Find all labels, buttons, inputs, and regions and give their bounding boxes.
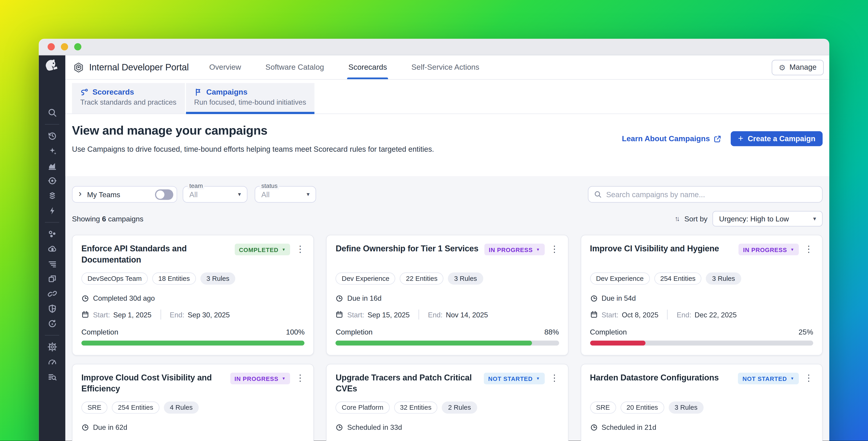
sidebar-icon-rail: [45, 105, 59, 384]
product-sidebar: [39, 55, 65, 441]
learn-about-campaigns-link[interactable]: Learn About Campaigns: [622, 135, 721, 143]
my-teams-toggle[interactable]: [155, 189, 174, 200]
window-close-button[interactable]: [48, 43, 55, 51]
software-icon[interactable]: [47, 274, 57, 284]
dates-row: Start: Oct 8, 2025 End: Dec 22, 2025: [590, 310, 813, 320]
my-teams-filter[interactable]: › My Teams: [72, 186, 177, 203]
gauge-icon[interactable]: [47, 357, 57, 366]
hero-section: View and manage your campaigns Use Campa…: [65, 114, 829, 176]
sort-arrows-icon: ↑↓: [675, 215, 678, 223]
apm-icon[interactable]: [47, 206, 57, 215]
chip: 254 Entities: [654, 272, 702, 285]
campaign-card[interactable]: Upgrade Tracers and Patch Critical CVEs …: [326, 364, 568, 441]
chevron-down-icon: ▼: [536, 377, 540, 380]
status-badge[interactable]: IN PROGRESS ▼: [484, 243, 545, 255]
window-titlebar: [39, 39, 829, 56]
timing-row: Scheduled in 21d: [590, 423, 813, 432]
cloud-cost-icon[interactable]: [47, 244, 57, 254]
clock-icon: [336, 423, 343, 431]
kebab-menu-icon[interactable]: ⋮: [550, 372, 559, 384]
campaign-title: Improve CI Visibility and Hygiene: [590, 243, 739, 265]
sparkles-icon[interactable]: [47, 146, 57, 156]
sidebar-divider: [45, 124, 59, 124]
kebab-menu-icon[interactable]: ⋮: [296, 372, 305, 384]
divider: [418, 310, 419, 320]
external-link-icon: [714, 135, 721, 143]
screenshot-stage: Internal Developer Portal OverviewSoftwa…: [0, 0, 868, 441]
nav-overview[interactable]: Overview: [209, 55, 241, 79]
watchdog-icon[interactable]: [47, 176, 57, 185]
status-badge[interactable]: NOT STARTED ▼: [738, 373, 799, 384]
chip: 3 Rules: [448, 272, 483, 285]
completion-progress-bar: [336, 341, 559, 346]
status-badge[interactable]: IN PROGRESS ▼: [739, 243, 799, 255]
chip: Core Platform: [336, 402, 390, 414]
window-zoom-button[interactable]: [74, 43, 82, 51]
log-explorer-icon[interactable]: [47, 372, 57, 382]
app-header: Internal Developer Portal OverviewSoftwa…: [65, 55, 829, 80]
logs-icon[interactable]: [47, 259, 57, 268]
campaign-title: Improve Cloud Cost Visibility and Effici…: [81, 372, 230, 394]
page-title: Internal Developer Portal: [89, 62, 189, 72]
manage-button[interactable]: ⚙ Manage: [771, 60, 824, 75]
hero-description: Use Campaigns to drive focused, time-bou…: [72, 145, 434, 153]
chip-row: Dev Experience254 Entities3 Rules: [590, 272, 813, 285]
campaign-title: Define Ownership for Tier 1 Services: [336, 243, 484, 265]
desktop-background: Internal Developer Portal OverviewSoftwa…: [0, 0, 868, 441]
team-filter-select[interactable]: team All ▼: [183, 186, 248, 203]
campaign-card[interactable]: Harden Datastore Configurations NOT STAR…: [581, 364, 823, 441]
kebab-menu-icon[interactable]: ⋮: [296, 243, 305, 255]
tab-campaigns[interactable]: Campaigns Run focused, time-bound initia…: [186, 83, 314, 114]
history-icon[interactable]: [47, 131, 57, 141]
search-input[interactable]: [606, 190, 816, 198]
clock-icon: [336, 294, 343, 302]
chip: DevSecOps Team: [81, 272, 148, 285]
datadog-logo[interactable]: [43, 58, 60, 75]
infrastructure-icon[interactable]: [47, 191, 57, 200]
dates-row: Start: Sep 15, 2025 End: Nov 14, 2025: [336, 310, 559, 320]
clock-icon: [81, 423, 89, 431]
campaign-title: Harden Datastore Configurations: [590, 372, 738, 394]
status-filter-select[interactable]: status All ▼: [255, 186, 316, 203]
tab-scorecards[interactable]: Scorecards Track standards and practices: [72, 83, 185, 114]
campaign-card[interactable]: Define Ownership for Tier 1 Services IN …: [326, 235, 568, 356]
status-badge[interactable]: NOT STARTED ▼: [484, 373, 545, 384]
chip-row: SRE20 Entities3 Rules: [590, 402, 813, 414]
completion-row: Completion 100%: [81, 328, 305, 336]
search-icon[interactable]: [47, 108, 57, 117]
status-badge[interactable]: IN PROGRESS ▼: [230, 373, 290, 384]
error-tracking-icon[interactable]: [47, 342, 57, 352]
search-box: [588, 186, 823, 203]
kebab-menu-icon[interactable]: ⋮: [804, 243, 813, 255]
window-minimize-button[interactable]: [61, 43, 68, 51]
divider: [667, 310, 668, 320]
campaign-card[interactable]: Improve CI Visibility and Hygiene IN PRO…: [581, 235, 823, 356]
nav-scorecards[interactable]: Scorecards: [348, 55, 387, 79]
chevron-down-icon: ▼: [812, 216, 817, 222]
completion-percent: 100%: [286, 328, 305, 336]
chip: 3 Rules: [706, 272, 741, 285]
service-catalog-icon[interactable]: [47, 229, 57, 239]
kebab-menu-icon[interactable]: ⋮: [550, 243, 559, 255]
campaign-card[interactable]: Improve Cloud Cost Visibility and Effici…: [72, 364, 314, 441]
hero-title: View and manage your campaigns: [72, 123, 434, 138]
results-count: Showing 6 campaigns: [72, 214, 144, 223]
create-campaign-button[interactable]: + Create a Campaign: [731, 131, 823, 146]
sidebar-divider: [45, 335, 59, 335]
metrics-icon[interactable]: [47, 161, 57, 171]
chip: SRE: [590, 402, 616, 414]
campaign-card[interactable]: Enforce API Standards and Documentation …: [72, 235, 314, 356]
ci-pipelines-icon[interactable]: [47, 289, 57, 298]
nav-self-service-actions[interactable]: Self-Service Actions: [411, 55, 479, 79]
completion-row: Completion 88%: [336, 328, 559, 336]
nav-software-catalog[interactable]: Software Catalog: [266, 55, 324, 79]
chip: SRE: [81, 402, 107, 414]
chip-row: Core Platform32 Entities2 Rules: [336, 402, 559, 414]
synthetics-icon[interactable]: [47, 319, 57, 328]
search-icon: [594, 190, 602, 198]
sort-select[interactable]: Urgency: High to Low ▼: [712, 211, 823, 227]
status-badge[interactable]: COMPLETED ▼: [235, 243, 290, 255]
kebab-menu-icon[interactable]: ⋮: [804, 372, 813, 384]
security-icon[interactable]: [47, 304, 57, 313]
chip: Dev Experience: [590, 272, 650, 285]
